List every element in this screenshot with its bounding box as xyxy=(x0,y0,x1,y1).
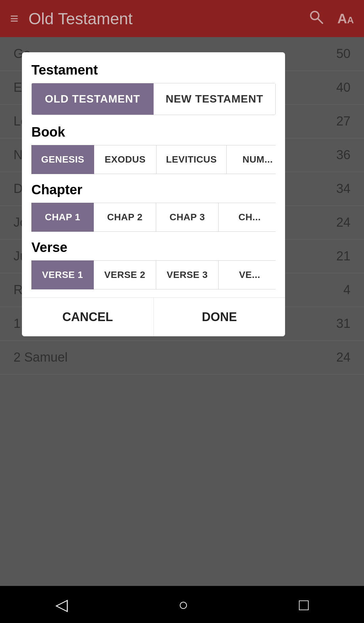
dialog-footer: CANCEL DONE xyxy=(22,298,285,336)
testament-old-button[interactable]: OLD TESTAMENT xyxy=(32,83,154,115)
svg-line-1 xyxy=(318,19,323,23)
verse-4-button[interactable]: VE... xyxy=(219,260,276,289)
app-bar: ≡ Old Testament AA xyxy=(0,0,364,37)
search-icon[interactable] xyxy=(308,9,324,28)
recent-apps-icon[interactable]: □ xyxy=(299,595,309,614)
book-genesis-button[interactable]: GENESIS xyxy=(31,145,94,174)
verse-1-button[interactable]: VERSE 1 xyxy=(31,260,94,289)
testament-toggle-row: OLD TESTAMENT NEW TESTAMENT xyxy=(31,83,276,115)
cancel-button[interactable]: CANCEL xyxy=(22,298,154,336)
navigation-dialog: Testament OLD TESTAMENT NEW TESTAMENT Bo… xyxy=(22,52,285,336)
done-button[interactable]: DONE xyxy=(154,298,285,336)
book-numbers-button[interactable]: NUM... xyxy=(227,145,276,174)
app-bar-actions: AA xyxy=(308,9,354,28)
chapter-1-button[interactable]: CHAP 1 xyxy=(31,203,94,232)
chapter-label: Chapter xyxy=(31,182,276,197)
back-icon[interactable]: ◁ xyxy=(55,595,68,614)
font-size-icon[interactable]: AA xyxy=(337,11,354,26)
chapter-2-button[interactable]: CHAP 2 xyxy=(94,203,156,232)
nav-bar: ◁ ○ □ xyxy=(0,586,364,623)
verse-label: Verse xyxy=(31,240,276,255)
testament-label: Testament xyxy=(31,62,276,78)
book-label: Book xyxy=(31,124,276,140)
book-leviticus-button[interactable]: LEVITICUS xyxy=(157,145,227,174)
book-chip-row: GENESIS EXODUS LEVITICUS NUM... xyxy=(31,145,276,174)
app-bar-title: Old Testament xyxy=(29,9,308,28)
book-scroll[interactable]: GENESIS EXODUS LEVITICUS NUM... xyxy=(31,145,276,174)
book-exodus-button[interactable]: EXODUS xyxy=(94,145,157,174)
menu-icon[interactable]: ≡ xyxy=(10,11,19,26)
chapter-3-button[interactable]: CHAP 3 xyxy=(156,203,219,232)
verse-scroll[interactable]: VERSE 1 VERSE 2 VERSE 3 VE... xyxy=(31,260,276,289)
home-icon[interactable]: ○ xyxy=(178,595,188,614)
chapter-chip-row: CHAP 1 CHAP 2 CHAP 3 CH... xyxy=(31,203,276,232)
dialog-content: Testament OLD TESTAMENT NEW TESTAMENT Bo… xyxy=(22,52,285,289)
verse-2-button[interactable]: VERSE 2 xyxy=(94,260,156,289)
chapter-scroll[interactable]: CHAP 1 CHAP 2 CHAP 3 CH... xyxy=(31,203,276,232)
chapter-4-button[interactable]: CH... xyxy=(219,203,276,232)
verse-3-button[interactable]: VERSE 3 xyxy=(156,260,219,289)
testament-new-button[interactable]: NEW TESTAMENT xyxy=(154,83,276,115)
verse-chip-row: VERSE 1 VERSE 2 VERSE 3 VE... xyxy=(31,260,276,289)
